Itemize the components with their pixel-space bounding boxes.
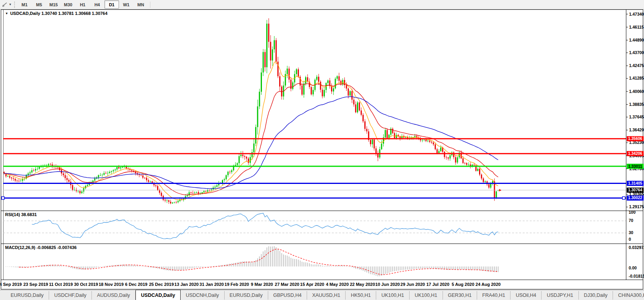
macd-bar [405,267,406,270]
macd-bar [472,267,473,270]
macd-bar [5,267,6,267]
date-label: 9 Mar 2020 [251,282,273,287]
chevron-down-icon[interactable]: ▼ [9,3,12,6]
chart-tab-EURUSD-Daily[interactable]: EURUSD,Daily [5,291,49,300]
timeframe-button-M15[interactable]: M15 [46,0,61,9]
chart-tab-GER30-H1[interactable]: GER30,H1 [443,291,477,300]
macd-bar [93,267,93,268]
macd-bar [416,267,417,269]
date-label: 13 Jan 2020 [174,282,199,287]
timeframe-button-M5[interactable]: M5 [32,0,46,9]
macd-bar [181,267,182,270]
macd-bar [368,267,369,273]
macd-bar [383,267,384,275]
macd-bar [431,267,432,269]
macd-bar [276,247,276,266]
timeframe-button-H1[interactable]: H1 [75,0,90,9]
macd-bar [235,263,236,267]
macd-bar [331,266,332,266]
macd-axis-label: 0.032972 [629,245,644,250]
timeframe-button-H4[interactable]: H4 [90,0,104,9]
timeframe-button-MN[interactable]: MN [134,0,148,9]
chart-tab-UK100-H1[interactable]: UK100,H1 [410,291,443,300]
macd-bar [250,262,251,266]
chart-tab-CHINA300-H1[interactable]: CHINA300,H1 [613,291,644,300]
macd-bar [294,259,295,266]
timeframe-button-M1[interactable]: M1 [17,0,32,9]
macd-bar [259,256,260,267]
macd-bar [304,262,304,267]
chart-plot-area[interactable] [4,10,626,210]
chart-tab-USDCHF-Daily[interactable]: USDCHF,Daily [49,291,92,300]
macd-bar [166,267,167,271]
macd-bar [376,267,377,276]
chart-tab-USDCAD-Daily[interactable]: USDCAD,Daily [135,290,181,300]
macd-bar [233,263,234,267]
chart-tab-HK50-H1[interactable]: HK50,H1 [346,291,376,300]
macd-bar [396,267,397,271]
macd-bar [265,250,265,266]
chart-tab-USDJPY-H1[interactable]: USDJPY,H1 [542,291,578,300]
macd-bar [7,267,8,267]
chart-tab-GBPUSD-H4[interactable]: GBPUSD,H4 [268,291,307,300]
macd-bar [333,266,334,267]
macd-bar [59,265,60,267]
chart-tab-DJ30-Daily[interactable]: DJ30,Daily [579,291,613,300]
macd-bar [194,267,195,268]
timeframe-button-D1[interactable]: D1 [104,0,119,9]
macd-bar [152,267,152,268]
macd-bar [183,267,184,270]
chart-canvas[interactable]: 1.473401.461151.448901.437001.424751.412… [0,0,644,300]
macd-bar [461,267,461,270]
chart-menu-dropdown-icon[interactable]: ▼ [5,12,8,15]
macd-bar [320,265,321,266]
macd-bar [346,266,347,266]
chart-tab-UK100-H1[interactable]: UK100,H1 [376,291,410,300]
line-studies-cursor-icon[interactable] [1,1,8,8]
macd-bar [100,267,101,267]
chart-tab-AUDUSD-Daily[interactable]: AUDUSD,Daily [92,291,135,300]
date-label: 5 Aug 2020 [452,282,474,287]
date-label: 6 Dec 2019 [125,282,148,287]
macd-bar [252,262,252,266]
date-label: 15 Apr 2020 [300,282,324,287]
chart-tab-EURUSD-Daily[interactable]: EURUSD,Daily [225,291,268,300]
timeframe-button-M30[interactable]: M30 [61,0,75,9]
macd-bar [459,267,460,270]
date-label: 27 Mar 2020 [275,282,299,287]
macd-bar [403,267,404,270]
macd-bar [498,267,499,272]
chart-tab-USDCNH-Daily[interactable]: USDCNH,Daily [181,291,225,300]
chart-tab-XAUUSD-H1[interactable]: XAUUSD,H1 [307,291,346,300]
macd-bar [106,266,106,267]
macd-bar [296,259,297,267]
date-axis[interactable]: 4 Sep 201923 Sep 201911 Oct 201930 Oct 2… [0,281,644,289]
macd-bar [426,267,426,269]
price-tick-label: 1.46115 [629,25,644,29]
macd-bar [143,266,143,267]
macd-bar [278,249,278,267]
price-tick-label: 1.36420 [629,127,644,132]
macd-bar [411,267,412,269]
timeframe-button-W1[interactable]: W1 [119,0,134,9]
macd-bar [241,262,242,267]
macd-bar [300,260,300,266]
price-badge-label: 1.30764 [628,188,642,192]
date-label: 29 Jun 2020 [401,282,425,287]
macd-bar [326,266,326,267]
macd-bar [189,267,190,269]
macd-bar [83,267,84,270]
macd-bar [31,266,32,267]
timeframe-buttons: M1M5M15M30H1H4D1W1MN [17,0,148,9]
price-badge-label: 1.34206 [628,151,642,156]
macd-bar [120,265,121,267]
macd-bar [437,267,437,269]
macd-bar [492,267,493,272]
macd-bar [463,267,463,270]
macd-bar [348,266,349,267]
chart-tab-FRA40-H1[interactable]: FRA40,H1 [477,291,510,300]
chart-tab-USOil-H4[interactable]: USOil,H4 [510,291,542,300]
macd-bar [268,246,269,266]
macd-bar [315,264,315,266]
macd-bar [457,267,458,270]
